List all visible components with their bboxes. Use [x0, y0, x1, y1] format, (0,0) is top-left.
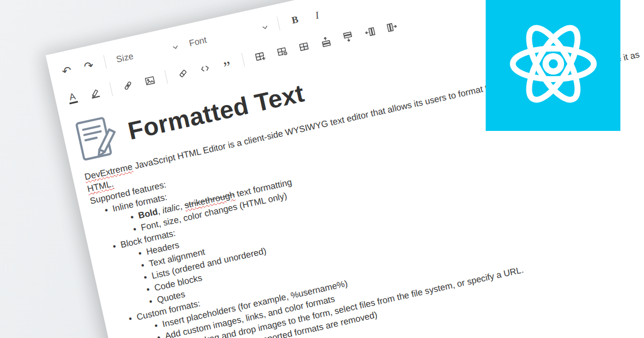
eraser-icon	[177, 67, 189, 79]
insert-table-button[interactable]	[247, 43, 273, 69]
blockquote-icon: ”	[222, 55, 232, 72]
code-block-button[interactable]	[192, 56, 217, 82]
promo-card: ↶↷SizeFontBI A” Formatted Text	[0, 0, 644, 338]
table-properties-button[interactable]	[269, 39, 295, 64]
insert-column-right-icon	[386, 21, 398, 33]
add-link-button[interactable]	[115, 72, 141, 98]
redo-icon: ↷	[83, 59, 94, 72]
document-pencil-icon	[72, 113, 123, 164]
bold-button[interactable]: B	[282, 7, 308, 33]
toolbar-separator	[103, 55, 107, 69]
insert-row-below-button[interactable]	[335, 24, 361, 50]
toolbar-separator	[164, 70, 168, 84]
font-color-button[interactable]: A	[60, 85, 85, 111]
chevron-down-icon	[261, 21, 269, 32]
insert-column-right-button[interactable]	[379, 14, 405, 40]
clear-formatting-button[interactable]	[170, 61, 195, 86]
font-select-label: Font	[188, 34, 207, 48]
blockquote-button[interactable]: ”	[214, 51, 239, 77]
font-color-icon: A	[68, 91, 78, 104]
insert-row-below-icon	[342, 31, 354, 43]
insert-row-above-button[interactable]	[313, 29, 339, 55]
code-block-icon	[199, 62, 211, 75]
cell-properties-icon	[298, 40, 310, 53]
insert-table-icon	[253, 50, 266, 62]
undo-button[interactable]: ↶	[54, 57, 79, 83]
toolbar-separator	[277, 17, 281, 31]
insert-column-left-icon	[364, 26, 376, 38]
react-logo-icon	[506, 17, 601, 111]
toolbar-separator	[109, 82, 113, 96]
intro-word-devextreme: DevExtreme	[84, 161, 134, 181]
size-select-label: Size	[115, 50, 134, 64]
react-framework-tile	[486, 0, 620, 131]
image-icon	[143, 75, 156, 87]
italic-button[interactable]: I	[304, 2, 330, 28]
chevron-down-icon	[171, 41, 179, 52]
table-properties-icon	[275, 45, 288, 57]
background-color-button[interactable]	[82, 80, 107, 106]
add-image-button[interactable]	[137, 68, 163, 93]
italic-icon: I	[314, 10, 320, 20]
link-icon	[121, 79, 134, 92]
toolbar-separator	[241, 53, 245, 67]
cell-properties-button[interactable]	[291, 34, 317, 60]
bold-icon: B	[291, 14, 299, 25]
background-color-icon	[89, 87, 101, 99]
insert-column-left-button[interactable]	[357, 19, 383, 45]
undo-icon: ↶	[61, 64, 72, 77]
insert-row-above-icon	[320, 35, 332, 48]
redo-button[interactable]: ↷	[76, 53, 101, 78]
